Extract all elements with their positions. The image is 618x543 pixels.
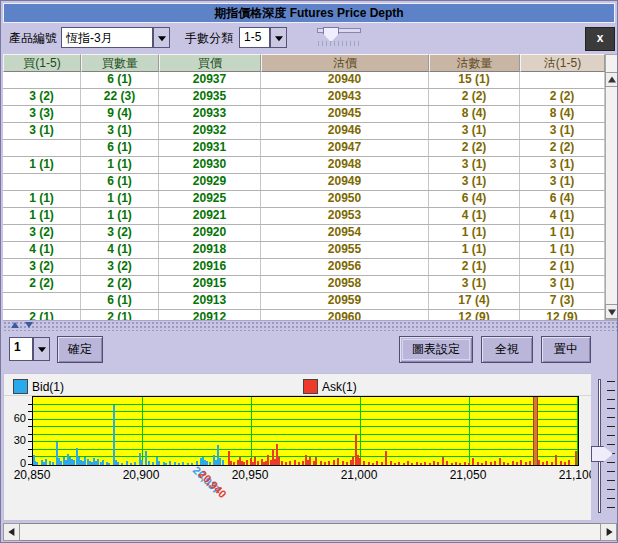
center-button[interactable]: 置中	[541, 336, 591, 363]
table-cell: 6 (1)	[81, 140, 159, 156]
ask-bar	[575, 451, 577, 465]
chart-scroll-right-button[interactable]	[600, 523, 617, 541]
table-cell: 20950	[261, 191, 429, 207]
table-cell: 1 (1)	[81, 157, 159, 173]
close-button[interactable]: x	[585, 27, 615, 51]
ask-bar	[372, 463, 374, 465]
h-gridline	[33, 426, 578, 427]
table-cell: 1 (1)	[81, 191, 159, 207]
chart-settings-button[interactable]: 圖表設定	[399, 336, 473, 363]
bid-bar	[117, 462, 119, 465]
ask-bar	[512, 461, 514, 465]
ask-bar	[459, 463, 461, 465]
ask-bar	[468, 463, 470, 465]
ask-bar	[289, 461, 291, 465]
ask-bar	[328, 461, 330, 465]
table-cell: 1 (1)	[3, 157, 81, 173]
column-header-bid-levels: 買(1-5)	[3, 54, 81, 72]
bid-bar	[126, 461, 128, 465]
h-gridline	[33, 411, 578, 412]
ask-bar	[281, 461, 283, 465]
ask-bar	[551, 462, 553, 465]
table-cell: 20916	[159, 259, 261, 275]
table-vertical-scrollbar[interactable]	[605, 54, 618, 320]
splitter-collapse-down-icon[interactable]	[25, 322, 33, 328]
ask-bar	[381, 462, 383, 465]
ask-bar	[472, 458, 474, 465]
chevron-down-icon	[38, 347, 46, 352]
table-cell	[520, 72, 605, 88]
ask-bar	[285, 462, 287, 465]
table-row[interactable]: 4 (1)4 (1)20918209551 (1)1 (1)	[3, 242, 605, 259]
table-row[interactable]: 6 (1)209372094015 (1)	[3, 72, 605, 89]
bid-bar	[182, 462, 184, 465]
depth-level-combo-dropdown-button[interactable]	[33, 337, 50, 361]
toolbar-slider-ticks	[318, 41, 362, 46]
table-row[interactable]: 3 (1)3 (1)20932209463 (1)3 (1)	[3, 123, 605, 140]
table-cell: 3 (1)	[3, 123, 81, 139]
table-cell: 20915	[159, 276, 261, 292]
bid-bar	[52, 462, 54, 465]
toolbar-slider-thumb[interactable]	[323, 27, 339, 42]
depth-level-combo-field[interactable]: 1	[9, 337, 33, 361]
v-gridline	[360, 397, 361, 465]
table-cell: 3 (1)	[429, 123, 520, 139]
table-cell: 20930	[159, 157, 261, 173]
lot-class-combo-field[interactable]: 1-5	[239, 27, 270, 48]
table-cell: 3 (1)	[429, 174, 520, 190]
table-row[interactable]: 1 (1)1 (1)20930209483 (1)3 (1)	[3, 157, 605, 174]
table-cell: 20955	[261, 242, 429, 258]
table-row[interactable]: 6 (1)209132095917 (4)7 (3)	[3, 293, 605, 310]
bid-bar	[141, 460, 143, 465]
table-cell: 6 (4)	[520, 191, 605, 207]
table-row[interactable]: 3 (3)9 (4)20933209458 (4)8 (4)	[3, 106, 605, 123]
table-row[interactable]: 3 (2)3 (2)20916209562 (1)2 (1)	[3, 259, 605, 276]
table-row[interactable]: 6 (1)20929209493 (1)3 (1)	[3, 174, 605, 191]
bid-bar	[134, 462, 136, 465]
column-header-bid-price: 買價	[159, 54, 261, 72]
chart-scroll-left-button[interactable]	[3, 523, 20, 541]
table-cell: 20960	[261, 310, 429, 320]
lot-class-combo-dropdown-button[interactable]	[270, 27, 287, 48]
table-cell: 2 (2)	[520, 140, 605, 156]
splitter-collapse-up-icon[interactable]	[11, 322, 19, 328]
table-cell: 4 (1)	[3, 242, 81, 258]
product-combo-field[interactable]: 恆指-3月	[61, 27, 153, 48]
table-row[interactable]: 3 (2)3 (2)20920209541 (1)1 (1)	[3, 225, 605, 242]
ask-bar	[233, 462, 235, 465]
table-cell: 15 (1)	[429, 72, 520, 88]
table-cell: 20959	[261, 293, 429, 309]
bid-bar	[152, 462, 154, 465]
table-row[interactable]: 1 (1)1 (1)20921209534 (1)4 (1)	[3, 208, 605, 225]
column-header-bid-qty: 買數量	[81, 54, 159, 72]
table-row[interactable]: 2 (1)2 (1)209122096012 (9)12 (9)	[3, 310, 605, 320]
table-row[interactable]: 3 (2)22 (3)20935209432 (2)2 (2)	[3, 89, 605, 106]
table-cell: 17 (4)	[429, 293, 520, 309]
table-cell: 2 (1)	[3, 310, 81, 320]
table-cell: 2 (2)	[81, 276, 159, 292]
ask-bar	[420, 463, 422, 465]
splitter-bar[interactable]	[3, 320, 617, 331]
column-header-ask-qty: 沽數量	[429, 54, 520, 72]
depth-chart-plot	[32, 396, 579, 466]
product-combo-dropdown-button[interactable]	[153, 27, 170, 48]
chevron-down-icon	[158, 36, 166, 41]
x-axis-label: 20,900	[123, 468, 160, 482]
product-code-label: 產品編號	[9, 30, 57, 47]
table-cell: 20913	[159, 293, 261, 309]
ask-bar	[320, 461, 322, 465]
bid-bar	[209, 462, 211, 465]
table-cell: 20956	[261, 259, 429, 275]
bid-bar	[187, 463, 189, 465]
confirm-button[interactable]: 確定	[57, 336, 103, 363]
table-scroll-down-button[interactable]	[605, 304, 618, 319]
table-row[interactable]: 1 (1)1 (1)20925209506 (4)6 (4)	[3, 191, 605, 208]
chart-horizontal-scrollbar[interactable]	[3, 523, 617, 541]
table-cell: 8 (4)	[520, 106, 605, 122]
table-row[interactable]: 6 (1)20931209472 (2)2 (2)	[3, 140, 605, 157]
table-row[interactable]: 2 (2)2 (2)20915209583 (1)3 (1)	[3, 276, 605, 293]
table-cell: 20932	[159, 123, 261, 139]
table-cell: 6 (1)	[81, 293, 159, 309]
table-scroll-up-button[interactable]	[605, 72, 618, 87]
full-view-button[interactable]: 全視	[481, 336, 533, 363]
